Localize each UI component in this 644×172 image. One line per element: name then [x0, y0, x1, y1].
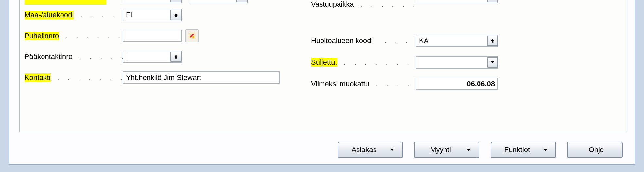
lookup-icon[interactable] — [236, 0, 248, 2]
contact-input[interactable] — [123, 71, 280, 84]
dots: . . . . — [373, 37, 416, 45]
dots: . . . . . . . . . — [337, 58, 416, 67]
chevron-down-icon — [542, 146, 549, 153]
phone-input[interactable] — [123, 30, 182, 42]
row-last-modified: Viimeksi muokattu . . . . . — [311, 73, 615, 95]
responsibility-center-input[interactable] — [416, 0, 498, 3]
service-area-code-input[interactable] — [416, 35, 498, 47]
dots: . . . . . . . . . — [51, 73, 123, 82]
btn-label: Ohje — [577, 146, 616, 154]
lookup-icon[interactable] — [170, 52, 182, 62]
row-responsibility-center: Vastuupaikka . . . . . . . — [311, 0, 615, 22]
button-bar: Asiakas Myynti Funktiot Ohje — [338, 142, 623, 158]
chevron-down-icon — [389, 146, 396, 153]
row-contact: Kontakti . . . . . . . . . — [25, 67, 311, 88]
left-form-column: Maa-/aluekoodi . . . . . . Puhelinnro — [20, 0, 311, 95]
myynti-menu-button[interactable]: Myynti — [414, 142, 479, 158]
label-closed: Suljettu. — [311, 58, 337, 67]
dots: . . . . . . — [73, 53, 123, 61]
row-service-area-code: Huoltoalueen koodi . . . . — [311, 30, 615, 52]
dots: . . . . . . — [74, 11, 123, 19]
last-modified-display — [416, 78, 498, 90]
row-country-code: Maa-/aluekoodi . . . . . . — [25, 5, 311, 25]
dots: . . . . . . . — [354, 0, 416, 8]
cropped-row — [25, 0, 311, 5]
phone-dial-icon[interactable] — [185, 29, 199, 42]
label-country-code: Maa-/aluekoodi — [25, 11, 74, 19]
chevron-down-icon — [465, 146, 472, 153]
funktiot-menu-button[interactable]: Funktiot — [491, 142, 556, 158]
row-main-contact-no: Pääkontaktinro . . . . . . — [25, 46, 311, 67]
label-main-contact-no: Pääkontaktinro — [25, 53, 73, 61]
highlight-remnant — [25, 0, 106, 5]
lookup-icon[interactable] — [487, 0, 498, 2]
lookup-icon[interactable] — [170, 0, 182, 2]
btn-label: siakas — [356, 146, 376, 154]
ohje-button[interactable]: Ohje — [567, 142, 623, 158]
label-service-area-code: Huoltoalueen koodi — [311, 37, 373, 45]
label-responsibility-center: Vastuupaikka — [311, 0, 354, 8]
label-phone: Puhelinnro — [25, 32, 59, 40]
label-contact: Kontakti — [25, 73, 51, 82]
row-phone: Puhelinnro . . . . . . . . — [25, 25, 311, 46]
dropdown-icon[interactable] — [487, 57, 498, 68]
svg-point-1 — [192, 36, 194, 38]
row-closed: Suljettu. . . . . . . . . . — [311, 52, 615, 73]
dots: . . . . . — [369, 80, 416, 88]
lookup-icon[interactable] — [487, 36, 498, 46]
dots: . . . . . . . . — [59, 32, 123, 40]
closed-select[interactable] — [416, 56, 498, 69]
lookup-icon[interactable] — [170, 10, 182, 20]
right-form-column: Vastuupaikka . . . . . . . Huoltoalueen — [311, 0, 615, 95]
label-last-modified: Viimeksi muokattu — [311, 80, 369, 88]
asiakas-menu-button[interactable]: Asiakas — [338, 142, 403, 158]
